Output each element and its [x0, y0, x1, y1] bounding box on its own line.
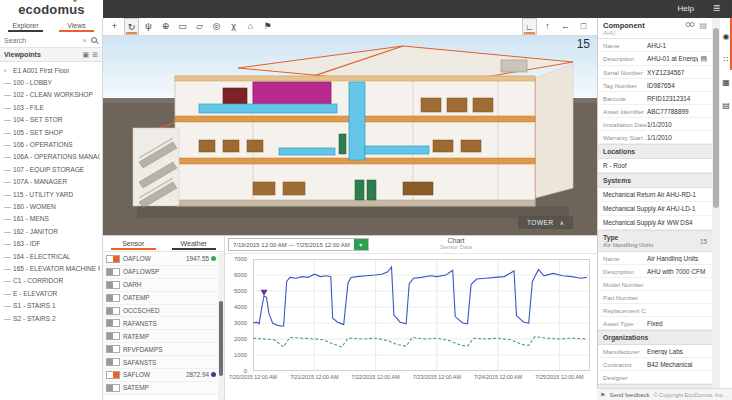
sensor-toggle[interactable] [106, 319, 120, 327]
orbit-icon[interactable]: ↻ [124, 18, 139, 35]
tab-explorer[interactable]: Explorer [0, 18, 51, 33]
sensor-toggle[interactable] [106, 332, 120, 340]
chart-icon[interactable]: ∟ [522, 18, 537, 35]
type-count-badge: 15 [700, 238, 707, 245]
sensor-toggle[interactable] [106, 371, 120, 379]
walk-icon[interactable]: ψ [141, 18, 156, 35]
focus-icon[interactable]: ◎ [209, 18, 224, 35]
sensor-row[interactable]: OARH [103, 279, 218, 292]
sensor-toggle[interactable] [106, 294, 120, 302]
sensor-row[interactable]: RAFANSTS [103, 317, 218, 330]
hamburger-menu-icon[interactable]: ≡ [713, 1, 720, 15]
properties-scrollbar[interactable] [712, 18, 720, 388]
explode-icon[interactable]: χ [226, 18, 241, 35]
dash-icon: — [4, 228, 13, 235]
help-link[interactable]: Help [678, 4, 694, 13]
search-icon[interactable] [90, 36, 98, 44]
footer: ⚑ Send feedback © Copyright EcoDomus, In… [597, 388, 732, 400]
x-tick-label: 7/21/2015 12:00 AM [282, 374, 346, 380]
logo[interactable]: ecodomus [0, 0, 103, 18]
camera-icon[interactable]: ▣ [83, 51, 90, 59]
viewpoint-item[interactable]: —S1 - STAIRS 1 [0, 299, 102, 311]
viewpoint-item[interactable]: —161 - MENS [0, 213, 102, 225]
home-icon[interactable]: ⌂ [243, 18, 258, 35]
panel-title: Component [603, 21, 681, 30]
dash-icon: — [4, 178, 13, 185]
system-link[interactable]: Mechanical Supply Air AHU-LD-1 [598, 202, 712, 216]
viewpoint-item[interactable]: —107 - EQUIP STORAGE [0, 163, 102, 175]
sensor-toggle[interactable] [106, 345, 120, 353]
tab-sensor[interactable]: Sensor [103, 236, 164, 251]
scrollbar-thumb[interactable] [219, 301, 223, 376]
3d-building-cutaway[interactable] [103, 36, 597, 235]
viewpoint-item[interactable]: —E - ELEVATOR [0, 287, 102, 299]
viewpoint-item[interactable]: —106 - OPERATIONS [0, 138, 102, 150]
sensor-row[interactable]: SAFANSTS [103, 356, 218, 369]
system-link[interactable]: Mechanical Return Air AHU-RD-1 [598, 188, 712, 202]
select-icon[interactable]: ⚑ [260, 18, 275, 35]
viewcube-icon[interactable]: □ [576, 18, 591, 35]
sensor-row[interactable]: RFVFDAMPS [103, 343, 218, 356]
fly-up-icon[interactable]: ↑ [540, 18, 555, 35]
save-icon[interactable]: ▦ [720, 78, 732, 87]
scrollbar-thumb[interactable] [713, 28, 719, 208]
property-row: Asset IdentifierABC77788899 [598, 105, 712, 118]
sensor-toggle[interactable] [106, 358, 120, 366]
3d-viewport[interactable]: 15 TOWER∧ [103, 36, 597, 235]
sensor-row[interactable]: OAFLOW1947.55 [103, 253, 218, 266]
system-link[interactable]: Mechanical Supply Air WW DS4 [598, 216, 712, 230]
status-dot-icon [211, 256, 216, 261]
tab-underline [111, 248, 156, 250]
menu-icon[interactable]: ▤ [700, 55, 707, 63]
viewpoint-item[interactable]: —103 - FILE [0, 101, 102, 113]
tab-underline [8, 30, 43, 32]
viewpoint-item-parent[interactable]: ‹E1 A001 First Floor [0, 64, 102, 76]
back-arrow-icon[interactable]: ← [558, 18, 573, 35]
dash-icon: — [4, 302, 13, 309]
pan-icon[interactable]: + [107, 18, 122, 35]
location-link[interactable]: R - Roof [598, 159, 712, 173]
viewpoint-item[interactable]: —104 - SET STOR [0, 114, 102, 126]
viewpoint-item[interactable]: —S2 - STAIRS 2 [0, 312, 102, 324]
viewpoint-item[interactable]: —115 - UTILITY YARD [0, 188, 102, 200]
viewpoint-item[interactable]: —106A - OPERATIONS MANAGER [0, 151, 102, 163]
link-icon[interactable] [685, 21, 695, 30]
section-icon[interactable]: ▱ [192, 18, 207, 35]
viewpoint-item[interactable]: —163 - IDF [0, 237, 102, 249]
sensor-toggle[interactable] [106, 307, 120, 315]
viewpoint-item[interactable]: —160 - WOMEN [0, 200, 102, 212]
sensor-toggle[interactable] [106, 281, 120, 289]
search-input[interactable] [4, 37, 79, 44]
viewpoint-item[interactable]: —107A - MANAGER [0, 176, 102, 188]
tab-weather[interactable]: Weather [164, 236, 225, 251]
viewpoint-item[interactable]: —C1 - CORRIDOR [0, 275, 102, 287]
sensor-row[interactable]: SAFLOW2872.94 [103, 369, 218, 382]
add-folder-icon[interactable]: ⊞ [92, 51, 98, 59]
sensor-row[interactable]: OATEMP [103, 292, 218, 305]
viewpoint-item[interactable]: —102 - CLEAN WORKSHOP [0, 89, 102, 101]
sensor-row[interactable]: OAFLOWSP [103, 266, 218, 279]
sensor-row[interactable]: RATEMP [103, 330, 218, 343]
export-icon[interactable]: ▤ [699, 21, 707, 30]
viewpoint-item[interactable]: —164 - ELECTRICAL [0, 250, 102, 262]
zoom-window-icon[interactable]: ▭ [175, 18, 190, 35]
tab-views[interactable]: Views [51, 18, 102, 33]
zoom-icon[interactable]: ⊕ [158, 18, 173, 35]
viewpoint-item[interactable]: —165 - ELEVATOR MACHINE ROOM [0, 262, 102, 274]
viewpoint-item[interactable]: —100 - LOBBY [0, 76, 102, 88]
viewpoint-item[interactable]: —162 - JANITOR [0, 225, 102, 237]
calendar-dropdown-button[interactable]: ▾ [354, 239, 368, 250]
tower-button[interactable]: TOWER∧ [518, 216, 573, 229]
send-feedback-link[interactable]: Send feedback [609, 392, 649, 398]
clear-search-icon[interactable]: × [82, 36, 87, 45]
tab-underline [59, 30, 94, 32]
date-range-picker[interactable]: 7/19/2015 12:00 AM — 7/25/2015 12:00 AM … [228, 238, 369, 251]
sensor-row[interactable]: OCCSCHED [103, 305, 218, 318]
sensor-row[interactable]: SATEMP [103, 382, 218, 395]
x-tick-label: 7/23/2015 12:00 AM [405, 374, 469, 380]
sensor-toggle[interactable] [106, 384, 120, 392]
export-icon[interactable]: ▤ [720, 101, 732, 110]
sensor-toggle[interactable] [106, 268, 120, 276]
viewpoint-item[interactable]: —105 - SET SHOP [0, 126, 102, 138]
sensor-toggle[interactable] [106, 255, 120, 263]
